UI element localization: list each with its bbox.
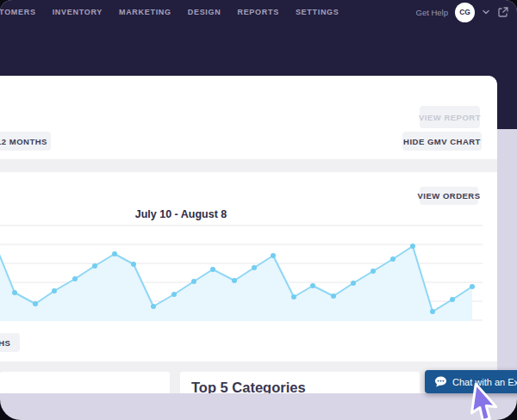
external-link-icon[interactable] <box>497 6 509 18</box>
nav-item-settings[interactable]: SETTINGS <box>296 8 339 16</box>
nav-item-design[interactable]: DESIGN <box>188 8 221 16</box>
view-orders-button[interactable]: VIEW ORDERS <box>420 187 478 205</box>
get-help-link[interactable]: Get Help <box>416 8 449 17</box>
chart-timeframe-button[interactable]: 12 MONTHS <box>0 333 20 352</box>
chat-bubble-icon <box>434 376 447 387</box>
bottom-left-card <box>0 372 170 393</box>
top-5-categories-title: Top 5 Categories <box>191 380 306 393</box>
timeframe-12-months-button[interactable]: 12 MONTHS <box>0 132 51 151</box>
nav-item-inventory[interactable]: INVENTORY <box>53 8 103 16</box>
orders-chart-card: VIEW ORDERS July 10 - August 8 12 MONTHS <box>0 172 497 361</box>
top-navbar: CUSTOMERS INVENTORY MARKETING DESIGN REP… <box>0 0 517 24</box>
nav-menu: CUSTOMERS INVENTORY MARKETING DESIGN REP… <box>0 8 339 16</box>
chart-date-range: July 10 - August 8 <box>0 208 362 220</box>
top-5-categories-card: Top 5 Categories <box>180 372 420 393</box>
mouse-cursor-icon <box>465 380 508 420</box>
nav-item-reports[interactable]: REPORTS <box>237 8 278 16</box>
chevron-down-icon[interactable] <box>482 8 490 16</box>
nav-item-customers[interactable]: CUSTOMERS <box>0 8 36 16</box>
app-frame: CUSTOMERS INVENTORY MARKETING DESIGN REP… <box>0 0 517 420</box>
orders-chart <box>0 224 483 325</box>
dashboard-panel: VIEW REPORT 12 MONTHS HIDE GMV CHART VIE… <box>0 76 497 393</box>
nav-item-marketing[interactable]: MARKETING <box>119 8 171 16</box>
hide-gmv-chart-button[interactable]: HIDE GMV CHART <box>402 132 482 151</box>
view-report-button[interactable]: VIEW REPORT <box>420 106 480 128</box>
nav-user-area: Get Help CG <box>416 0 510 24</box>
performance-card: VIEW REPORT 12 MONTHS HIDE GMV CHART <box>0 76 497 159</box>
line-chart <box>0 224 483 325</box>
avatar[interactable]: CG <box>455 3 475 22</box>
